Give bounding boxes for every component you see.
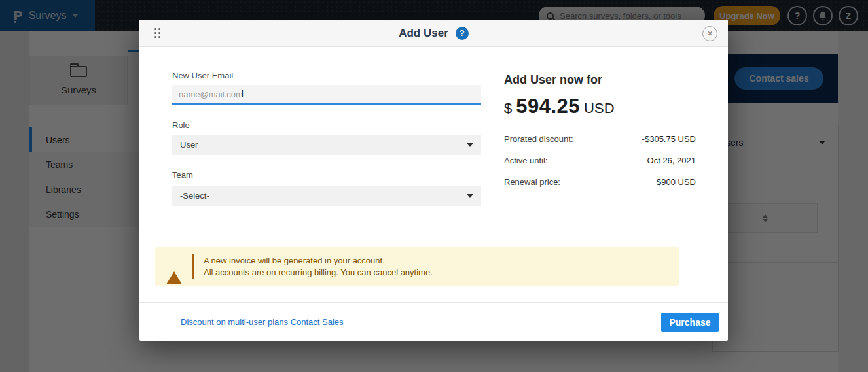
modal-title: Add User xyxy=(399,27,448,40)
warning-icon: ! xyxy=(166,260,182,273)
team-selected-value: -Select- xyxy=(180,191,209,201)
caret-down-icon xyxy=(467,194,473,198)
currency-symbol: $ xyxy=(504,100,512,117)
role-selected-value: User xyxy=(180,140,198,150)
row-value: $900 USD xyxy=(657,177,696,187)
row-label: Active until: xyxy=(504,156,547,165)
add-user-modal: Add User ? ✕ New User Email I Role User … xyxy=(139,20,728,341)
price-amount: $ 594.25 USD xyxy=(504,95,696,118)
team-select[interactable]: -Select- xyxy=(172,186,481,206)
pricing-row-renewal: Renewal price: $900 USD xyxy=(504,177,696,187)
warning-text: A new invoice will be generated in your … xyxy=(204,255,433,279)
warning-line-2: All accounts are on recurring billing. Y… xyxy=(204,267,433,279)
email-field-wrap: I xyxy=(172,85,481,105)
row-label: Prorated discount: xyxy=(504,134,573,144)
role-select[interactable]: User xyxy=(172,135,481,155)
purchase-button[interactable]: Purchase xyxy=(661,313,719,332)
multi-user-discount-link[interactable]: Discount on multi-user plans Contact Sal… xyxy=(181,317,344,327)
pricing-row-active-until: Active until: Oct 26, 2021 xyxy=(504,156,696,165)
row-value: -$305.75 USD xyxy=(642,134,696,144)
role-label: Role xyxy=(172,120,190,130)
help-badge-icon[interactable]: ? xyxy=(456,27,469,40)
currency-code: USD xyxy=(584,100,614,117)
pricing-row-prorated: Prorated discount: -$305.75 USD xyxy=(504,134,696,144)
row-value: Oct 26, 2021 xyxy=(647,156,696,165)
price-value: 594.25 xyxy=(516,95,580,118)
modal-title-group: Add User ? xyxy=(399,27,469,40)
warning-divider xyxy=(192,254,194,279)
caret-down-icon xyxy=(467,143,473,147)
team-label: Team xyxy=(172,170,193,180)
modal-header: Add User ? ✕ xyxy=(139,20,728,47)
app-root: P Surveys Upgrade Now ? Z Surveys Users … xyxy=(0,0,868,372)
pricing-summary: Add User now for $ 594.25 USD Prorated d… xyxy=(504,73,696,199)
pricing-heading: Add User now for xyxy=(504,73,696,87)
drag-handle-icon[interactable] xyxy=(154,28,161,39)
pricing-details: Prorated discount: -$305.75 USD Active u… xyxy=(504,134,696,187)
modal-footer: Discount on multi-user plans Contact Sal… xyxy=(139,302,728,341)
invoice-warning-banner: ! A new invoice will be generated in you… xyxy=(155,247,679,286)
warning-line-1: A new invoice will be generated in your … xyxy=(204,255,433,267)
new-user-email-input[interactable] xyxy=(172,85,481,103)
close-icon[interactable]: ✕ xyxy=(702,26,717,41)
email-label: New User Email xyxy=(172,71,233,80)
row-label: Renewal price: xyxy=(504,177,560,187)
